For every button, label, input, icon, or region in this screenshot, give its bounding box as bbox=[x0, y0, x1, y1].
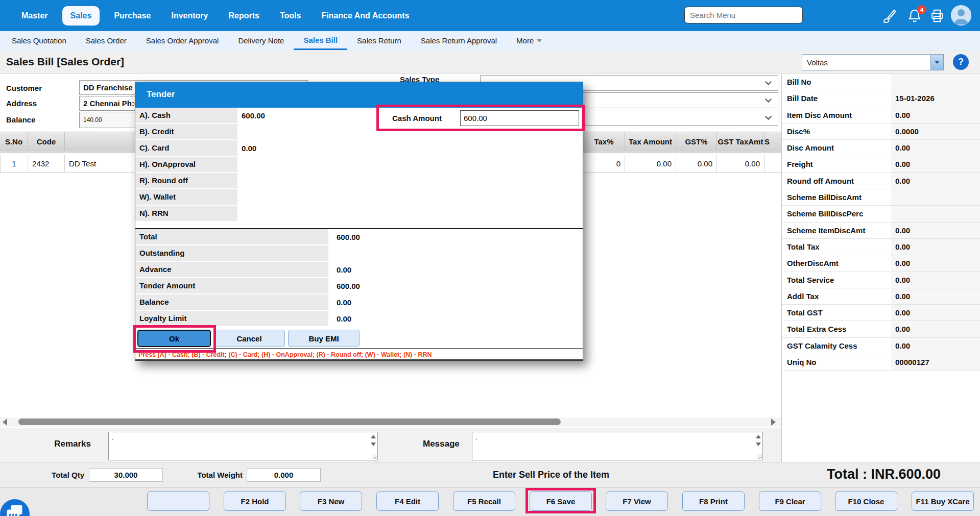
tender-option-rrn[interactable]: N). RRN bbox=[135, 206, 237, 222]
scroll-right-arrow[interactable] bbox=[771, 419, 776, 426]
sidebar-row-scheme-billdiscamt: Scheme BillDiscAmt bbox=[782, 189, 980, 206]
tender-option-roundoff[interactable]: R). Round off bbox=[135, 173, 237, 189]
nav-sales[interactable]: Sales bbox=[62, 6, 100, 26]
search-menu-input[interactable] bbox=[684, 7, 803, 23]
f5-recall-button[interactable]: F5 Recall bbox=[453, 492, 515, 511]
sidebar-value: 15-01-2026 bbox=[891, 90, 980, 106]
summary-balance-label: Balance bbox=[135, 294, 328, 311]
sidebar-row-uniq-no: Uniq No00000127 bbox=[782, 354, 980, 371]
scroll-down-icon[interactable] bbox=[756, 443, 761, 446]
summary-loyalty-limit-label: Loyalty Limit bbox=[135, 311, 328, 327]
f11-buy-xcare-button[interactable]: F11 Buy XCare bbox=[912, 492, 974, 511]
cash-amount-label: Cash Amount bbox=[392, 114, 442, 122]
f7-view-button[interactable]: F7 View bbox=[606, 492, 668, 511]
sidebar-label: Scheme BillDiscAmt bbox=[782, 189, 891, 205]
brush-icon[interactable] bbox=[881, 8, 897, 23]
nav-reports[interactable]: Reports bbox=[222, 6, 265, 26]
cancel-button[interactable]: Cancel bbox=[213, 330, 285, 347]
address-label: Address bbox=[6, 99, 37, 108]
brand-dropdown[interactable]: Voltas bbox=[802, 54, 944, 70]
title-bar: Sales Bill [Sales Order] Voltas ? bbox=[0, 51, 980, 74]
message-field-wrap: . bbox=[472, 432, 763, 460]
printer-icon[interactable] bbox=[929, 8, 945, 23]
tab-sales-order[interactable]: Sales Order bbox=[76, 31, 136, 50]
sidebar-label: Uniq No bbox=[782, 354, 891, 370]
tab-delivery-note[interactable]: Delivery Note bbox=[228, 31, 294, 50]
sidebar-value: 0.00 bbox=[891, 272, 980, 288]
scroll-left-arrow[interactable] bbox=[3, 419, 7, 426]
chevron-down-icon bbox=[537, 39, 542, 42]
tab-more[interactable]: More bbox=[507, 31, 552, 50]
f6-save-button[interactable]: F6 Save bbox=[530, 492, 592, 511]
function-button-bar: F2 Hold F3 New F4 Edit F5 Recall F6 Save… bbox=[0, 487, 980, 516]
nav-inventory[interactable]: Inventory bbox=[165, 6, 214, 26]
tender-option-onapproval[interactable]: H). OnApproval bbox=[135, 157, 237, 173]
customer-label: Customer bbox=[6, 84, 42, 92]
summary-outstanding-value bbox=[328, 245, 583, 262]
user-avatar[interactable] bbox=[951, 5, 971, 26]
dropdown-arrow-icon[interactable] bbox=[930, 55, 943, 70]
sidebar-row-scheme-billdiscperc: Scheme BillDiscPerc bbox=[782, 206, 980, 222]
scrollbar-thumb[interactable] bbox=[18, 419, 561, 425]
sidebar-value: 0.00 bbox=[891, 288, 980, 304]
tab-sales-return-approval[interactable]: Sales Return Approval bbox=[411, 31, 507, 50]
tender-option-cash[interactable]: A). Cash bbox=[135, 108, 237, 124]
tab-sales-quotation[interactable]: Sales Quotation bbox=[2, 31, 76, 50]
tab-sales-bill[interactable]: Sales Bill bbox=[294, 31, 347, 50]
scroll-up-icon[interactable] bbox=[756, 435, 761, 438]
message-textarea[interactable]: . bbox=[472, 432, 762, 460]
f8-print-button[interactable]: F8 Print bbox=[682, 492, 745, 511]
sidebar-value bbox=[891, 206, 980, 222]
tender-option-card[interactable]: C). Card bbox=[135, 140, 237, 157]
status-message: Enter Sell Price of the Item bbox=[493, 470, 609, 480]
nav-finance-and-accounts[interactable]: Finance And Accounts bbox=[315, 6, 415, 26]
f3-new-button[interactable]: F3 New bbox=[300, 492, 362, 511]
f4-edit-button[interactable]: F4 Edit bbox=[376, 492, 439, 511]
f2-hold-button[interactable]: F2 Hold bbox=[224, 492, 286, 511]
remarks-textarea[interactable]: . bbox=[109, 432, 377, 460]
summary-balance-value: 0.00 bbox=[328, 294, 583, 311]
tab-sales-return[interactable]: Sales Return bbox=[347, 31, 411, 50]
tender-row-onapproval: H). OnApproval bbox=[135, 157, 583, 173]
sidebar-value: 0.00 bbox=[891, 156, 980, 172]
tab-sales-order-approval[interactable]: Sales Order Approval bbox=[136, 31, 229, 50]
support-chat-button[interactable] bbox=[0, 499, 30, 516]
page-title: Sales Bill [Sales Order] bbox=[6, 56, 124, 68]
fn-blank-button[interactable] bbox=[147, 492, 209, 511]
help-icon[interactable]: ? bbox=[953, 54, 969, 70]
notification-badge: 4 bbox=[917, 5, 926, 14]
nav-tools[interactable]: Tools bbox=[274, 6, 307, 26]
tender-dialog-header[interactable]: Tender bbox=[135, 82, 583, 108]
horizontal-scrollbar[interactable] bbox=[0, 417, 781, 427]
scroll-up-icon[interactable] bbox=[371, 435, 376, 438]
summary-total-value: 600.00 bbox=[328, 229, 583, 245]
buy-emi-button[interactable]: Buy EMI bbox=[288, 330, 360, 347]
nav-purchase[interactable]: Purchase bbox=[108, 6, 157, 26]
balance-label: Balance bbox=[6, 115, 36, 124]
summary-advance-value: 0.00 bbox=[328, 262, 583, 278]
sidebar-value: 0.00 bbox=[891, 140, 980, 156]
bill-summary-sidebar: Bill No Bill Date15-01-2026 Item Disc Am… bbox=[781, 74, 980, 462]
summary-tender-amount-value: 600.00 bbox=[328, 278, 583, 294]
total-qty-input[interactable] bbox=[89, 468, 163, 482]
summary-row-advance: Advance 0.00 bbox=[135, 262, 583, 278]
bell-icon[interactable]: 4 bbox=[907, 8, 922, 23]
resize-grip-icon[interactable] bbox=[757, 454, 761, 459]
sidebar-label: Disc% bbox=[782, 124, 891, 139]
tender-row-wallet: W). Wallet bbox=[135, 189, 583, 206]
nav-master[interactable]: Master bbox=[15, 6, 54, 26]
cash-amount-input[interactable] bbox=[460, 110, 579, 126]
f9-clear-button[interactable]: F9 Clear bbox=[759, 492, 821, 511]
ok-button[interactable]: Ok bbox=[137, 330, 211, 347]
tender-option-wallet[interactable]: W). Wallet bbox=[135, 189, 237, 206]
tender-option-credit[interactable]: B). Credit bbox=[135, 124, 237, 140]
item-code: 2432 bbox=[28, 155, 65, 172]
sidebar-value: 0.00 bbox=[891, 305, 980, 321]
total-weight-input[interactable] bbox=[247, 468, 321, 482]
summary-outstanding-label: Outstanding bbox=[135, 245, 328, 262]
scroll-down-icon[interactable] bbox=[371, 443, 376, 446]
f10-close-button[interactable]: F10 Close bbox=[835, 492, 897, 511]
sidebar-value: 0.00 bbox=[891, 255, 980, 271]
resize-grip-icon[interactable] bbox=[372, 454, 376, 459]
sidebar-label: Bill No bbox=[782, 74, 891, 90]
